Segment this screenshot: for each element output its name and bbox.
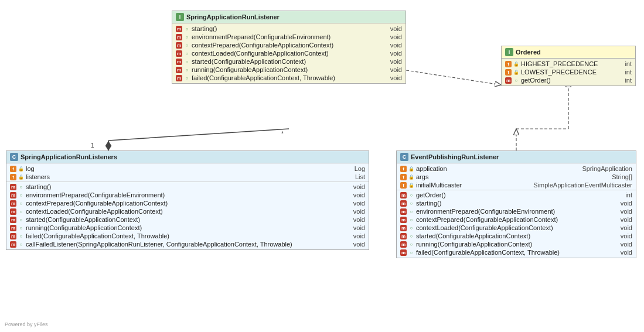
member-type: void [390, 58, 402, 65]
method-icon: m [176, 75, 182, 81]
member-row: f 🔒 HIGHEST_PRECEDENCE int [502, 60, 635, 68]
visibility-icon: ○ [18, 233, 24, 239]
box-title-eventPublishing: EventPublishingRunListener [411, 153, 499, 160]
visibility-icon: 🔒 [408, 174, 414, 180]
member-type: void [353, 191, 365, 198]
member-type: List [355, 173, 365, 180]
visibility-icon: ○ [408, 241, 414, 247]
method-icon: m [10, 225, 16, 231]
member-name: log [26, 165, 348, 172]
member-type: void [390, 42, 402, 49]
method-icon: m [400, 249, 407, 256]
member-row: m ○ environmentPrepared(ConfigurableEnvi… [397, 207, 636, 215]
box-header-ordered: I Ordered [502, 46, 635, 59]
method-icon: m [10, 241, 16, 248]
member-row: m ○ getOrder() int [397, 191, 636, 199]
divider [6, 182, 369, 182]
member-row: m ○ starting() void [397, 199, 636, 207]
member-type: SpringApplication [582, 165, 632, 172]
uml-box-eventPublishing: C EventPublishingRunListener f 🔒 applica… [396, 150, 636, 258]
member-name: running(ConfigurableApplicationContext) [416, 241, 614, 248]
visibility-icon: ○ [18, 225, 24, 231]
member-row: f 🔒 initialMulticaster SimpleApplication… [397, 181, 636, 189]
watermark: Powered by yFiles [5, 321, 48, 327]
method-icon: m [400, 208, 407, 215]
method-icon: m [10, 208, 16, 215]
box-header-springRunListeners: C SpringApplicationRunListeners [6, 151, 369, 163]
member-row: m ○ failed(ConfigurableApplicationContex… [6, 232, 369, 240]
member-type: void [353, 232, 365, 239]
member-row: m ○ getOrder() int [502, 76, 635, 84]
method-icon: f [505, 61, 512, 67]
box-header-eventPublishing: C EventPublishingRunListener [397, 151, 636, 163]
visibility-icon: ○ [184, 59, 190, 64]
member-row: m ○ environmentPrepared(ConfigurableEnvi… [6, 191, 369, 199]
method-icon: m [10, 233, 16, 239]
box-title-springRunListeners: SpringApplicationRunListeners [21, 153, 117, 160]
member-type: int [625, 69, 632, 76]
visibility-icon: ○ [408, 208, 414, 214]
member-name: starting() [26, 183, 347, 190]
visibility-icon: ○ [408, 217, 414, 223]
uml-box-ordered: I Ordered f 🔒 HIGHEST_PRECEDENCE int f 🔒… [501, 46, 636, 86]
member-type: String[] [612, 173, 632, 180]
member-name: contextLoaded(ConfigurableApplicationCon… [416, 224, 614, 231]
visibility-icon: ○ [408, 249, 414, 255]
box-title-springRunListener: SpringApplicationRunListener [186, 13, 280, 20]
badge-ordered: I [505, 48, 513, 56]
visibility-icon: ○ [18, 217, 24, 223]
method-icon: m [176, 59, 182, 65]
visibility-icon: 🔒 [408, 166, 414, 172]
member-row: f 🔒 log Log [6, 165, 369, 173]
method-icon: m [505, 77, 512, 84]
members-ordered: f 🔒 HIGHEST_PRECEDENCE int f 🔒 LOWEST_PR… [502, 59, 635, 85]
member-row: m ○ contextLoaded(ConfigurableApplicatio… [6, 207, 369, 215]
member-type: void [621, 200, 632, 207]
member-name: callFailedListener(SpringApplicationRunL… [26, 241, 347, 248]
method-icon: m [400, 200, 407, 207]
member-type: void [621, 232, 632, 239]
members-springRunListeners: f 🔒 log Log f 🔒 listeners List m ○ start… [6, 163, 369, 249]
member-type: void [353, 183, 365, 190]
member-type: void [621, 249, 632, 256]
member-name: environmentPrepared(ConfigurableEnvironm… [26, 191, 347, 198]
method-icon: m [176, 50, 182, 57]
visibility-icon: ○ [513, 77, 519, 83]
visibility-icon: ○ [184, 26, 190, 32]
member-name: started(ConfigurableApplicationContext) [416, 232, 614, 239]
visibility-icon: 🔒 [513, 69, 519, 75]
member-type: int [625, 191, 632, 198]
member-name: getOrder() [521, 77, 618, 84]
member-name: contextPrepared(ConfigurableApplicationC… [26, 200, 347, 207]
member-name: running(ConfigurableApplicationContext) [26, 224, 347, 231]
method-icon: m [400, 192, 407, 198]
member-type: void [621, 208, 632, 215]
member-row: m ○ running(ConfigurableApplicationConte… [397, 240, 636, 248]
member-row: m ○ running(ConfigurableApplicationConte… [172, 66, 406, 74]
member-name: failed(ConfigurableApplicationContext, T… [192, 74, 384, 81]
visibility-icon: ○ [18, 208, 24, 214]
visibility-icon: 🔒 [408, 182, 414, 188]
box-title-ordered: Ordered [516, 49, 541, 56]
visibility-icon: ○ [408, 200, 414, 206]
visibility-icon: ○ [408, 225, 414, 231]
method-icon: m [176, 34, 182, 40]
method-icon: m [10, 200, 16, 207]
member-type: void [390, 74, 402, 81]
member-name: environmentPrepared(ConfigurableEnvironm… [192, 33, 384, 40]
member-type: void [390, 25, 402, 32]
visibility-icon: ○ [18, 192, 24, 198]
member-row: m ○ contextPrepared(ConfigurableApplicat… [6, 199, 369, 207]
visibility-icon: ○ [184, 50, 190, 56]
svg-marker-4 [105, 141, 111, 150]
member-type: void [390, 50, 402, 57]
member-row: m ○ environmentPrepared(ConfigurableEnvi… [172, 33, 406, 41]
visibility-icon: ○ [18, 184, 24, 190]
member-name: contextPrepared(ConfigurableApplicationC… [192, 42, 384, 49]
member-row: m ○ failed(ConfigurableApplicationContex… [172, 74, 406, 82]
member-type: void [353, 224, 365, 231]
method-icon: m [10, 217, 16, 223]
badge-springRunListeners: C [10, 153, 18, 161]
member-type: int [625, 60, 632, 67]
uml-box-springRunListener: I SpringApplicationRunListener m ○ start… [172, 11, 406, 84]
